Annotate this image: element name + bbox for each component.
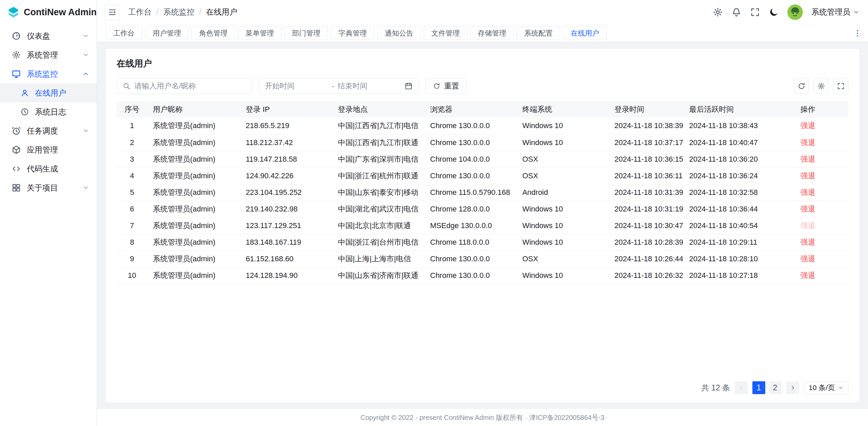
tab-item[interactable]: 文件管理 xyxy=(424,26,467,40)
force-logout-link[interactable]: 强退 xyxy=(800,238,815,246)
breadcrumb-item[interactable]: 系统监控 xyxy=(163,7,194,17)
chevron-right-icon xyxy=(790,385,796,391)
cell-os: Windows 10 xyxy=(517,134,609,151)
reset-button[interactable]: 重置 xyxy=(425,78,467,94)
page-button-2[interactable]: 2 xyxy=(769,381,782,394)
force-logout-link[interactable]: 强退 xyxy=(800,171,815,180)
sidebar-item-system-management[interactable]: 系统管理 xyxy=(0,45,97,64)
page-size-select[interactable]: 10 条/页 xyxy=(804,381,848,394)
tab-item[interactable]: 存储管理 xyxy=(470,26,514,40)
avatar[interactable] xyxy=(787,4,803,20)
cell-browser: Chrome 128.0.0.0 xyxy=(425,201,517,217)
end-date-input[interactable] xyxy=(338,82,401,90)
cell-no: 6 xyxy=(117,201,147,217)
tab-item[interactable]: 用户管理 xyxy=(145,26,189,40)
cell-no: 7 xyxy=(117,217,147,234)
cell-location: 中国|山东省|泰安市|移动 xyxy=(333,184,425,201)
tab-item[interactable]: 系统配置 xyxy=(517,26,560,40)
collapse-icon xyxy=(108,8,117,17)
cell-last_active_time: 2024-11-18 10:27:18 xyxy=(684,267,795,284)
user-icon xyxy=(20,88,29,97)
cell-nickname: 系统管理员(admin) xyxy=(147,118,240,134)
force-logout-link[interactable]: 强退 xyxy=(800,205,815,213)
column-header: 用户昵称 xyxy=(147,101,240,118)
sidebar-item-task-schedule[interactable]: 任务调度 xyxy=(0,121,97,140)
force-logout-link[interactable]: 强退 xyxy=(800,188,815,197)
sidebar-item-label: 仪表盘 xyxy=(27,31,50,41)
sidebar-item-about-project[interactable]: 关于项目 xyxy=(0,178,97,197)
cell-browser: Chrome 104.0.0.0 xyxy=(425,151,517,167)
column-settings-button[interactable] xyxy=(814,79,829,94)
date-separator: - xyxy=(332,82,334,91)
tab-item[interactable]: 角色管理 xyxy=(192,26,235,40)
search-input[interactable] xyxy=(134,82,246,90)
tab-item[interactable]: 字典管理 xyxy=(331,26,374,40)
breadcrumb-item[interactable]: 在线用户 xyxy=(206,7,237,17)
force-logout-link[interactable]: 强退 xyxy=(800,221,815,230)
tab-more-icon[interactable] xyxy=(853,29,862,38)
breadcrumb-item[interactable]: 工作台 xyxy=(128,7,152,17)
tab-item[interactable]: 部门管理 xyxy=(284,26,328,40)
bell-icon[interactable] xyxy=(731,7,742,17)
app-title: ContiNew Admin xyxy=(24,7,97,18)
cell-browser: Chrome 130.0.0.0 xyxy=(425,267,517,284)
app-icon xyxy=(12,145,21,155)
sidebar-item-label: 系统监控 xyxy=(27,69,58,79)
cell-os: Android xyxy=(517,184,609,201)
refresh-button[interactable] xyxy=(794,79,809,94)
cell-login_time: 2024-11-18 10:26:44 xyxy=(609,250,684,267)
cell-login_time: 2024-11-18 10:28:39 xyxy=(609,234,684,250)
force-logout-link[interactable]: 强退 xyxy=(800,155,815,163)
force-logout-link[interactable]: 强退 xyxy=(800,271,815,280)
cell-action: 强退 xyxy=(795,234,848,250)
project-icon xyxy=(12,183,21,192)
table-toolbar xyxy=(794,79,848,94)
table-row: 2系统管理员(admin)118.212.37.42中国|江西省|九江市|联通C… xyxy=(117,134,848,151)
next-page-button[interactable] xyxy=(786,381,799,394)
start-date-input[interactable] xyxy=(265,82,328,90)
cell-login_time: 2024-11-18 10:26:32 xyxy=(609,267,684,284)
cell-action: 强退 xyxy=(795,217,848,234)
page-title: 在线用户 xyxy=(117,58,848,69)
column-header: 登录地点 xyxy=(333,101,425,118)
cell-ip: 123.117.129.251 xyxy=(240,217,333,234)
sidebar-collapse-button[interactable] xyxy=(104,4,120,20)
settings-icon xyxy=(817,82,825,90)
prev-page-button[interactable] xyxy=(735,381,748,394)
table-row: 4系统管理员(admin)124.90.42.226中国|浙江省|杭州市|联通C… xyxy=(117,167,848,184)
table-fullscreen-button[interactable] xyxy=(833,79,848,94)
page-button-1[interactable]: 1 xyxy=(752,381,765,394)
date-range-picker[interactable]: - xyxy=(259,78,418,94)
force-logout-link[interactable]: 强退 xyxy=(800,121,815,130)
sidebar-item-online-user[interactable]: 在线用户 xyxy=(0,83,97,102)
dashboard-icon xyxy=(12,31,21,41)
fullscreen-icon[interactable] xyxy=(750,7,760,17)
force-logout-link[interactable]: 强退 xyxy=(800,255,815,263)
cell-browser: Chrome 118.0.0.0 xyxy=(425,234,517,250)
cell-ip: 119.147.218.58 xyxy=(240,151,333,167)
sidebar-item-system-monitor[interactable]: 系统监控 xyxy=(0,64,97,83)
dark-mode-icon[interactable] xyxy=(769,7,779,17)
settings-icon[interactable] xyxy=(713,7,723,17)
tab-item[interactable]: 工作台 xyxy=(106,26,142,40)
sidebar-item-system-log[interactable]: 系统日志 xyxy=(0,102,97,121)
cell-no: 2 xyxy=(117,134,147,151)
sidebar-item-dashboard[interactable]: 仪表盘 xyxy=(0,26,97,45)
sidebar-item-code-generation[interactable]: 代码生成 xyxy=(0,159,97,178)
cell-action: 强退 xyxy=(795,250,848,267)
cell-login_time: 2024-11-18 10:30:47 xyxy=(609,217,684,234)
tab-item[interactable]: 菜单管理 xyxy=(238,26,281,40)
tab-item[interactable]: 在线用户 xyxy=(563,26,607,40)
user-menu[interactable]: 系统管理员 xyxy=(811,7,859,17)
force-logout-link[interactable]: 强退 xyxy=(800,138,815,147)
chevron-down-icon xyxy=(82,184,89,191)
cell-ip: 118.212.37.42 xyxy=(240,134,333,151)
code-icon xyxy=(12,164,21,174)
copyright: Copyright © 2022 - present ContiNew Admi… xyxy=(360,413,605,422)
cell-no: 8 xyxy=(117,234,147,250)
cell-nickname: 系统管理员(admin) xyxy=(147,184,240,201)
cell-nickname: 系统管理员(admin) xyxy=(147,167,240,184)
sidebar-item-app-management[interactable]: 应用管理 xyxy=(0,140,97,159)
tab-item[interactable]: 通知公告 xyxy=(377,26,421,40)
table-row: 9系统管理员(admin)61.152.168.60中国|上海|上海市|电信Ch… xyxy=(117,250,848,267)
